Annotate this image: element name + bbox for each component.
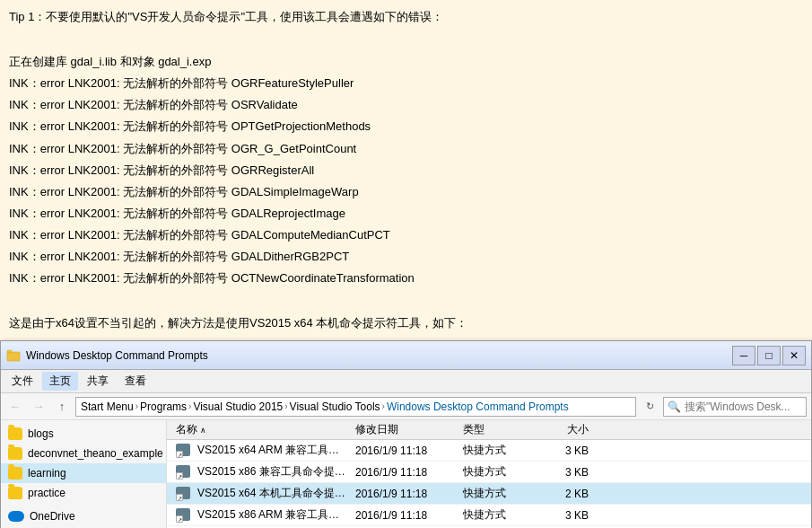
breadcrumb-sep-3: ›: [382, 401, 385, 411]
breadcrumb-sep-2: ›: [284, 401, 287, 411]
breadcrumb-vstools: Visual Studio Tools: [290, 400, 380, 413]
file-type-cell: 快捷方式: [458, 486, 530, 501]
breadcrumb-item-3[interactable]: Visual Studio Tools: [290, 400, 380, 413]
svg-rect-0: [7, 352, 20, 361]
blank-line2: [9, 290, 803, 310]
folder-icon: [8, 427, 22, 440]
sidebar-item-blogs[interactable]: blogs: [1, 424, 166, 444]
menu-file[interactable]: 文件: [4, 372, 40, 391]
file-size-cell: 3 KB: [530, 509, 593, 522]
col-header-date[interactable]: 修改日期: [351, 422, 458, 437]
file-date-cell: 2016/1/9 11:18: [351, 509, 458, 522]
sidebar-label-practice: practice: [28, 487, 65, 499]
minimize-button[interactable]: ─: [732, 346, 755, 365]
col-header-name[interactable]: 名称: [171, 422, 351, 437]
forward-button[interactable]: →: [29, 397, 48, 417]
breadcrumb-item-0[interactable]: Start Menu: [81, 400, 134, 413]
folder-icon: [8, 447, 22, 460]
maximize-button[interactable]: □: [757, 346, 781, 365]
menu-bar: 文件 主页 共享 查看: [1, 370, 811, 393]
cause-line: 这是由于x64设置不当引起的，解决方法是使用VS2015 x64 本机命令提示符…: [9, 313, 803, 333]
refresh-button[interactable]: ↻: [640, 397, 659, 417]
back-button[interactable]: ←: [5, 397, 25, 417]
search-box[interactable]: 🔍: [663, 397, 807, 417]
error-line: INK：error LNK2001: 无法解析的外部符号 OGR_G_GetPo…: [9, 139, 803, 159]
sidebar-label-blogs: blogs: [28, 427, 54, 440]
menu-view[interactable]: 查看: [118, 372, 153, 391]
window-title: Windows Desktop Command Prompts: [26, 349, 208, 362]
file-rows: ↗ VS2015 x64 ARM 兼容工具命令提示符 2016/1/9 11:1…: [167, 440, 811, 528]
error-list: INK：error LNK2001: 无法解析的外部符号 OGRFeatureS…: [9, 74, 803, 288]
file-date-cell: 2016/1/9 11:18: [351, 444, 458, 457]
file-row[interactable]: ↗ VS2015 x64 ARM 兼容工具命令提示符 2016/1/9 11:1…: [167, 440, 811, 462]
sidebar-item-learning[interactable]: learning: [1, 463, 166, 483]
folder-icon: [8, 487, 22, 499]
tip-area: Tip 1：不要使用默认的"VS开发人员命令提示"工具，使用该工具会遭遇如下的错…: [0, 0, 812, 340]
breadcrumb-startmenu: Start Menu: [81, 400, 134, 413]
file-date-cell: 2016/1/9 11:18: [351, 466, 458, 479]
content-area: blogs deconvnet_theano_example learning …: [1, 420, 811, 528]
sidebar-item-practice[interactable]: practice: [1, 483, 166, 503]
error-line: INK：error LNK2001: 无法解析的外部符号 OSRValidate: [9, 95, 803, 115]
error-line: INK：error LNK2001: 无法解析的外部符号 OPTGetProje…: [9, 117, 803, 136]
tip-line-1: Tip 1：不要使用默认的"VS开发人员命令提示"工具，使用该工具会遭遇如下的错…: [9, 7, 803, 27]
nav-toolbar: ← → ↑ Start Menu › Programs › Visual Stu…: [1, 393, 811, 420]
refresh-icon: ↻: [646, 400, 654, 412]
file-row[interactable]: ↗ VS2015 x86 ARM 兼容工具命令提示符 2016/1/9 11:1…: [167, 505, 811, 526]
file-type-cell: 快捷方式: [458, 507, 530, 523]
error-line: INK：error LNK2001: 无法解析的外部符号 OGRRegister…: [9, 161, 803, 180]
creating-line: 正在创建库 gdal_i.lib 和对象 gdal_i.exp: [9, 52, 803, 72]
file-name-cell: ↗ VS2015 x64 ARM 兼容工具命令提示符: [171, 443, 351, 458]
title-left: Windows Desktop Command Prompts: [6, 348, 208, 363]
menu-home[interactable]: 主页: [42, 372, 78, 391]
col-header-size[interactable]: 大小: [530, 422, 593, 437]
breadcrumb-item-2[interactable]: Visual Studio 2015: [193, 400, 283, 413]
file-row[interactable]: ↗ VS2015 x64 本机工具命令提示符 2016/1/9 11:18 快捷…: [167, 483, 811, 505]
sidebar-label-deconvnet: deconvnet_theano_example: [28, 447, 163, 460]
breadcrumb-item-1[interactable]: Programs: [140, 400, 187, 413]
breadcrumb-wdcp: Windows Desktop Command Prompts: [387, 400, 569, 413]
search-icon: 🔍: [668, 400, 681, 413]
up-button[interactable]: ↑: [52, 397, 72, 417]
sidebar: blogs deconvnet_theano_example learning …: [1, 420, 167, 528]
onedrive-icon: [8, 511, 24, 522]
svg-rect-1: [7, 350, 12, 353]
title-controls: ─ □ ✕: [732, 346, 806, 365]
file-type-cell: 快捷方式: [458, 464, 530, 480]
file-size-cell: 3 KB: [530, 466, 593, 479]
sidebar-item-deconvnet[interactable]: deconvnet_theano_example: [1, 444, 166, 463]
error-line: INK：error LNK2001: 无法解析的外部符号 GDALSimpleI…: [9, 182, 803, 202]
menu-share[interactable]: 共享: [80, 372, 116, 391]
cause-text: 这是由于x64设置不当引起的，解决方法是使用VS2015 x64 本机命令提示符…: [9, 316, 467, 330]
folder-icon: [8, 467, 22, 480]
breadcrumb-sep-0: ›: [135, 401, 138, 411]
sidebar-label-learning: learning: [28, 467, 66, 480]
explorer-icon: [6, 348, 21, 363]
error-line: INK：error LNK2001: 无法解析的外部符号 GDALCompute…: [9, 225, 803, 245]
error-line: INK：error LNK2001: 无法解析的外部符号 OGRFeatureS…: [9, 74, 803, 93]
file-list-area: 名称 修改日期 类型 大小 ↗ VS2015 x64 ARM 兼容工具命令提示符…: [167, 420, 811, 528]
sidebar-label-onedrive: OneDrive: [30, 510, 75, 523]
sidebar-item-onedrive[interactable]: OneDrive: [1, 506, 166, 526]
breadcrumb-sep-1: ›: [188, 401, 191, 411]
file-date-cell: 2016/1/9 11:18: [351, 488, 458, 500]
breadcrumb-vs2015: Visual Studio 2015: [193, 400, 283, 413]
error-line: INK：error LNK2001: 无法解析的外部符号 GDALDitherR…: [9, 247, 803, 267]
file-name-cell: ↗ VS2015 x86 ARM 兼容工具命令提示符: [171, 507, 351, 523]
blank-line: [9, 31, 803, 50]
file-size-cell: 3 KB: [530, 444, 593, 457]
file-name-cell: ↗ VS2015 x86 兼容工具命令提示符: [171, 464, 351, 480]
file-row[interactable]: ↗ VS2015 x86 兼容工具命令提示符 2016/1/9 11:18 快捷…: [167, 462, 811, 483]
col-header-type[interactable]: 类型: [458, 422, 530, 437]
error-line: INK：error LNK2001: 无法解析的外部符号 GDALReproje…: [9, 204, 803, 224]
breadcrumb-item-4[interactable]: Windows Desktop Command Prompts: [387, 400, 569, 413]
search-input[interactable]: [685, 400, 812, 413]
creating-text: 正在创建库 gdal_i.lib 和对象 gdal_i.exp: [9, 55, 211, 68]
breadcrumb[interactable]: Start Menu › Programs › Visual Studio 20…: [75, 397, 636, 417]
tip-text-1: Tip 1：不要使用默认的"VS开发人员命令提示"工具，使用该工具会遭遇如下的错…: [9, 10, 443, 23]
file-size-cell: 2 KB: [530, 488, 593, 500]
title-bar: Windows Desktop Command Prompts ─ □ ✕: [1, 341, 811, 370]
column-headers: 名称 修改日期 类型 大小: [167, 420, 811, 440]
close-button[interactable]: ✕: [782, 346, 806, 365]
error-line: INK：error LNK2001: 无法解析的外部符号 OCTNewCoord…: [9, 268, 803, 288]
